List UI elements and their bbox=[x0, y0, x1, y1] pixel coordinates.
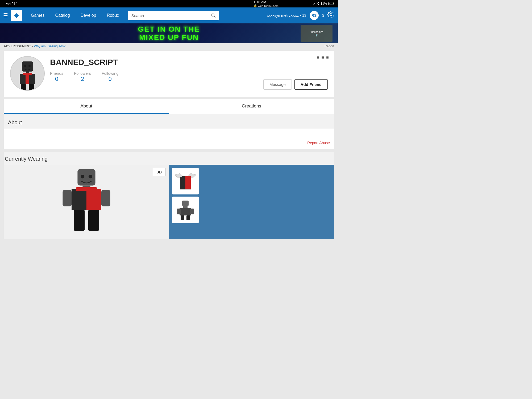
status-time: 1:16 AM bbox=[253, 0, 279, 4]
svg-rect-4 bbox=[329, 2, 329, 4]
device-label: iPad bbox=[4, 2, 11, 6]
message-button[interactable]: Message bbox=[263, 79, 292, 90]
nav-develop[interactable]: Develop bbox=[75, 7, 102, 23]
nav-catalog[interactable]: Catalog bbox=[50, 7, 75, 23]
ad-product: Lunchables🥤 bbox=[301, 25, 332, 42]
svg-rect-22 bbox=[72, 189, 86, 210]
nav-games[interactable]: Games bbox=[26, 7, 50, 23]
following-label: Following bbox=[102, 71, 118, 76]
battery-icon bbox=[328, 2, 334, 6]
svg-point-6 bbox=[211, 14, 214, 16]
ad-report-link[interactable]: Report bbox=[325, 44, 334, 48]
wearing-heading: Currently Wearing bbox=[4, 155, 334, 165]
status-url: 🔒 web.roblox.com bbox=[253, 4, 279, 7]
button-3d[interactable]: 3D bbox=[153, 168, 166, 176]
status-right: ↗ 11% bbox=[313, 1, 334, 6]
wearing-item-shirt[interactable] bbox=[172, 168, 199, 194]
profile-username: BANNED_SCRIPT bbox=[50, 58, 328, 67]
avatar bbox=[10, 56, 45, 91]
svg-rect-15 bbox=[29, 84, 34, 90]
about-section: About Report Abuse bbox=[4, 114, 334, 149]
svg-rect-32 bbox=[177, 209, 181, 214]
about-content bbox=[8, 133, 330, 138]
settings-icon[interactable] bbox=[327, 11, 335, 20]
wearing-item-2[interactable] bbox=[172, 197, 199, 223]
about-heading: About bbox=[4, 117, 334, 128]
wearing-body: 3D bbox=[4, 165, 334, 239]
svg-line-7 bbox=[214, 16, 215, 17]
following-value: 0 bbox=[102, 76, 118, 82]
profile-actions: Message Add Friend bbox=[263, 79, 328, 90]
svg-rect-25 bbox=[63, 190, 72, 206]
profile-options-button[interactable]: ■ ■ ■ bbox=[317, 55, 329, 60]
search-button[interactable] bbox=[208, 11, 219, 20]
character-preview: 3D bbox=[4, 165, 169, 239]
svg-rect-26 bbox=[101, 190, 110, 206]
ad-line1: GET IN ON THE bbox=[138, 25, 200, 34]
svg-rect-27 bbox=[74, 210, 84, 231]
ad-banner: GET IN ON THE MIXED UP FUN Lunchables🥤 bbox=[0, 23, 338, 43]
roblox-logo[interactable]: ◆ bbox=[11, 10, 22, 21]
battery-label: 11% bbox=[321, 2, 327, 6]
wearing-items bbox=[169, 165, 334, 239]
status-bar: iPad 1:16 AM 🔒 web.roblox.com ↗ 11% bbox=[0, 0, 338, 7]
svg-rect-14 bbox=[21, 84, 26, 90]
profile-card: ■ ■ ■ bbox=[4, 51, 334, 97]
ad-notice: ADVERTISEMENT - Why am I seeing ads? Rep… bbox=[0, 43, 338, 49]
character-svg bbox=[49, 165, 124, 239]
wearing-section: Currently Wearing 3D bbox=[4, 152, 334, 239]
profile-info: BANNED_SCRIPT Friends 0 Followers 2 Foll… bbox=[50, 56, 328, 82]
stat-following: Following 0 bbox=[102, 71, 118, 82]
svg-rect-31 bbox=[180, 208, 191, 215]
bluetooth-icon bbox=[317, 1, 319, 6]
nav-right: xxxxsymmetryxxxx: <13 RS 0 bbox=[267, 11, 335, 20]
svg-rect-28 bbox=[88, 210, 99, 231]
svg-rect-13 bbox=[26, 74, 29, 84]
search-input[interactable] bbox=[128, 11, 208, 20]
search-bar bbox=[128, 11, 219, 20]
tabs-bar: About Creations bbox=[4, 99, 334, 114]
status-left: iPad bbox=[4, 2, 16, 6]
tab-about[interactable]: About bbox=[4, 99, 169, 114]
wifi-icon bbox=[12, 2, 16, 6]
nav-links: Games Catalog Develop Robux bbox=[26, 7, 124, 23]
followers-value: 2 bbox=[74, 76, 91, 82]
status-center: 1:16 AM 🔒 web.roblox.com bbox=[253, 0, 279, 7]
tab-creations[interactable]: Creations bbox=[169, 99, 334, 114]
svg-rect-29 bbox=[182, 201, 189, 206]
navbar: ☰ ◆ Games Catalog Develop Robux xxxxsymm… bbox=[0, 7, 338, 23]
report-abuse-link[interactable]: Report Abuse bbox=[8, 138, 330, 145]
stat-friends: Friends 0 bbox=[50, 71, 63, 82]
friends-label: Friends bbox=[50, 71, 63, 76]
location-icon: ↗ bbox=[313, 2, 315, 6]
svg-rect-23 bbox=[86, 189, 101, 210]
robux-count: 0 bbox=[322, 13, 324, 18]
svg-rect-33 bbox=[190, 209, 194, 214]
stat-followers: Followers 2 bbox=[74, 71, 91, 82]
friends-value: 0 bbox=[50, 76, 63, 82]
svg-rect-30 bbox=[183, 206, 188, 208]
followers-label: Followers bbox=[74, 71, 91, 76]
ad-line2: MIXED UP FUN bbox=[138, 34, 200, 42]
svg-point-19 bbox=[88, 175, 92, 178]
svg-rect-24 bbox=[76, 187, 97, 191]
ad-why-link[interactable]: Why am I seeing ads? bbox=[34, 44, 65, 48]
svg-point-10 bbox=[28, 65, 31, 67]
robux-icon[interactable]: RS bbox=[310, 11, 319, 20]
hamburger-icon[interactable]: ☰ bbox=[3, 12, 8, 19]
ad-label: ADVERTISEMENT - Why am I seeing ads? bbox=[4, 44, 65, 48]
add-friend-button[interactable]: Add Friend bbox=[294, 79, 328, 90]
svg-rect-34 bbox=[181, 215, 184, 220]
about-content-box: Report Abuse bbox=[4, 128, 334, 149]
svg-point-18 bbox=[81, 175, 84, 178]
svg-rect-16 bbox=[23, 73, 32, 75]
svg-point-9 bbox=[24, 65, 26, 67]
svg-rect-35 bbox=[186, 215, 190, 220]
ad-content: GET IN ON THE MIXED UP FUN bbox=[138, 25, 200, 42]
lock-icon: 🔒 bbox=[253, 4, 257, 7]
nav-username: xxxxsymmetryxxxx: <13 bbox=[267, 13, 306, 18]
nav-robux[interactable]: Robux bbox=[101, 7, 124, 23]
